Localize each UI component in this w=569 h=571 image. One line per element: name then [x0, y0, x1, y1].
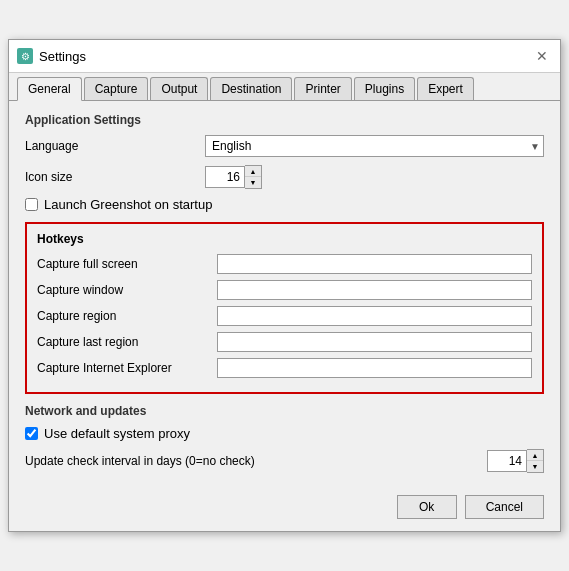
update-interval-up-button[interactable]: ▲: [527, 450, 543, 461]
icon-size-label: Icon size: [25, 170, 205, 184]
launch-label: Launch Greenshot on startup: [44, 197, 212, 212]
hotkey-row-4: Capture Internet Explorer: [37, 358, 532, 378]
app-icon: ⚙: [17, 48, 33, 64]
hotkey-label-4: Capture Internet Explorer: [37, 361, 217, 375]
icon-size-input[interactable]: [205, 166, 245, 188]
hotkey-input-2[interactable]: [217, 306, 532, 326]
proxy-checkbox[interactable]: [25, 427, 38, 440]
title-bar-left: ⚙ Settings: [17, 48, 86, 64]
tab-printer[interactable]: Printer: [294, 77, 351, 100]
icon-size-spinner-buttons: ▲ ▼: [245, 165, 262, 189]
ok-button[interactable]: Ok: [397, 495, 457, 519]
window-title: Settings: [39, 49, 86, 64]
icon-size-up-button[interactable]: ▲: [245, 166, 261, 177]
cancel-button[interactable]: Cancel: [465, 495, 544, 519]
update-interval-spinner-buttons: ▲ ▼: [527, 449, 544, 473]
proxy-checkbox-row: Use default system proxy: [25, 426, 544, 441]
icon-size-spinner-wrapper: ▲ ▼: [205, 165, 544, 189]
update-spinner-wrapper: ▲ ▼: [487, 449, 544, 473]
tab-capture[interactable]: Capture: [84, 77, 149, 100]
tab-destination[interactable]: Destination: [210, 77, 292, 100]
update-row: Update check interval in days (0=no chec…: [25, 449, 544, 473]
proxy-label: Use default system proxy: [44, 426, 190, 441]
hotkey-row-1: Capture window: [37, 280, 532, 300]
hotkey-row-0: Capture full screen: [37, 254, 532, 274]
icon-size-down-button[interactable]: ▼: [245, 177, 261, 188]
hotkey-label-3: Capture last region: [37, 335, 217, 349]
close-button[interactable]: ✕: [532, 46, 552, 66]
launch-checkbox[interactable]: [25, 198, 38, 211]
hotkey-input-1[interactable]: [217, 280, 532, 300]
tab-output[interactable]: Output: [150, 77, 208, 100]
hotkey-input-0[interactable]: [217, 254, 532, 274]
hotkey-input-3[interactable]: [217, 332, 532, 352]
language-select-wrapper: English ▼: [205, 135, 544, 157]
hotkey-label-2: Capture region: [37, 309, 217, 323]
icon-size-control: ▲ ▼: [205, 165, 544, 189]
language-label: Language: [25, 139, 205, 153]
hotkeys-section: Hotkeys Capture full screen Capture wind…: [25, 222, 544, 394]
hotkey-label-1: Capture window: [37, 283, 217, 297]
app-settings-title: Application Settings: [25, 113, 544, 127]
language-control: English ▼: [205, 135, 544, 157]
hotkey-row-2: Capture region: [37, 306, 532, 326]
update-interval-input[interactable]: [487, 450, 527, 472]
language-select[interactable]: English: [205, 135, 544, 157]
settings-window: ⚙ Settings ✕ General Capture Output Dest…: [8, 39, 561, 532]
hotkey-row-3: Capture last region: [37, 332, 532, 352]
title-bar: ⚙ Settings ✕: [9, 40, 560, 73]
hotkeys-title: Hotkeys: [37, 232, 532, 246]
hotkey-label-0: Capture full screen: [37, 257, 217, 271]
tab-expert[interactable]: Expert: [417, 77, 474, 100]
network-section: Network and updates Use default system p…: [25, 404, 544, 473]
update-label: Update check interval in days (0=no chec…: [25, 454, 487, 468]
tab-plugins[interactable]: Plugins: [354, 77, 415, 100]
icon-size-row: Icon size ▲ ▼: [25, 165, 544, 189]
main-content: Application Settings Language English ▼ …: [9, 101, 560, 485]
network-title: Network and updates: [25, 404, 544, 418]
launch-checkbox-row: Launch Greenshot on startup: [25, 197, 544, 212]
button-bar: Ok Cancel: [9, 485, 560, 531]
language-row: Language English ▼: [25, 135, 544, 157]
tab-bar: General Capture Output Destination Print…: [9, 73, 560, 101]
hotkey-input-4[interactable]: [217, 358, 532, 378]
tab-general[interactable]: General: [17, 77, 82, 101]
update-interval-down-button[interactable]: ▼: [527, 461, 543, 472]
